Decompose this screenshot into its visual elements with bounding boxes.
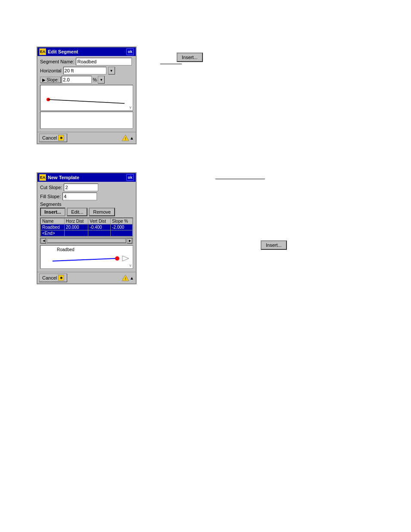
- slope-input[interactable]: [62, 76, 92, 84]
- cut-slope-input[interactable]: [64, 184, 98, 191]
- new-template-ok-button[interactable]: ok: [126, 174, 134, 181]
- table-row[interactable]: Roadbed 20.000 -0.400 -2.000: [41, 224, 133, 230]
- table-header-row: Name Horz Dist Vert Dist Slope %: [41, 218, 133, 224]
- cancel-icon-2: ✱: [58, 275, 64, 281]
- edit-segment-ok-button[interactable]: ok: [126, 48, 134, 55]
- cell-horz: 20.000: [64, 224, 88, 230]
- remove-button[interactable]: Remove: [89, 208, 115, 216]
- new-template-title: New Template: [48, 175, 79, 180]
- segment-preview-svg: [40, 85, 133, 110]
- segments-label: Segments: [40, 202, 62, 207]
- edit-segment-dialog: EA Edit Segment ok Segment Name: Horizon…: [37, 47, 137, 144]
- cut-slope-label: Cut Slope:: [40, 185, 62, 190]
- cancel-icon-1: ✱: [58, 135, 64, 141]
- horizontal-dropdown-button[interactable]: ▼: [108, 67, 115, 75]
- underline-2: [215, 179, 265, 179]
- edit-segment-cancel-button[interactable]: Cancel ✱: [39, 134, 67, 142]
- table-row[interactable]: <End>: [41, 230, 133, 236]
- edit-segment-titlebar: EA Edit Segment ok: [37, 47, 136, 56]
- scroll-right-arrow[interactable]: ▶: [127, 238, 132, 243]
- slope-unit: %: [93, 77, 97, 82]
- new-template-cancel-button[interactable]: Cancel ✱: [39, 274, 67, 282]
- new-template-icon: EA: [39, 174, 46, 181]
- cell-end-vert: [88, 230, 111, 236]
- segments-table: Name Horz Dist Vert Dist Slope % Roadbed…: [40, 218, 133, 236]
- segment-name-input[interactable]: [76, 58, 132, 65]
- segments-table-container: Name Horz Dist Vert Dist Slope % Roadbed…: [40, 218, 133, 237]
- segment-buttons-row: Insert... Edit... Remove: [40, 208, 133, 216]
- new-template-title-left: EA New Template: [39, 174, 79, 181]
- standalone-insert-button-2[interactable]: Insert...: [261, 240, 287, 250]
- horizontal-row: Horizontal ▼: [40, 67, 133, 75]
- edit-segment-title-left: EA Edit Segment: [39, 48, 78, 55]
- col-vert: Vert Dist: [88, 218, 111, 224]
- segment-name-row: Segment Name:: [40, 58, 133, 65]
- fill-slope-label: Fill Slope:: [40, 194, 61, 199]
- new-template-content: Cut Slope: Fill Slope: Segments Insert..…: [37, 182, 136, 272]
- segments-table-body: Roadbed 20.000 -0.400 -2.000 <End>: [41, 224, 133, 236]
- segment-preview-box: v: [40, 85, 133, 111]
- new-template-footer: Cancel ✱ ! ▲: [37, 272, 136, 283]
- v-label-1: v: [130, 105, 132, 109]
- horizontal-scrollbar[interactable]: ◀ ▶: [40, 238, 133, 244]
- slope-dropdown-button[interactable]: ▼: [98, 76, 105, 84]
- segments-label-row: Segments: [40, 202, 133, 207]
- segment-name-label: Segment Name:: [40, 59, 74, 64]
- col-slope: Slope %: [110, 218, 132, 224]
- slope-row: ▶ Slope: % ▼: [40, 76, 133, 84]
- cell-end: <End>: [41, 230, 65, 236]
- edit-segment-content: Segment Name: Horizontal ▼ ▶ Slope: % ▼: [37, 56, 136, 132]
- edit-segment-footer: Cancel ✱ ! ▲: [37, 132, 136, 143]
- alert-icon-1: ! ▲: [121, 134, 134, 142]
- standalone-insert-button-1[interactable]: Insert...: [177, 53, 203, 62]
- cell-name: Roadbed: [41, 224, 65, 230]
- slope-toggle-button[interactable]: ▶ Slope:: [40, 77, 61, 83]
- col-name: Name: [41, 218, 65, 224]
- edit-segment-icon: EA: [39, 48, 46, 55]
- horizontal-input[interactable]: [63, 67, 106, 75]
- template-preview-svg: [40, 246, 133, 268]
- insert-button[interactable]: Insert...: [40, 208, 65, 216]
- segment-line: [48, 100, 125, 103]
- underline-1: [160, 64, 182, 64]
- edit-button[interactable]: Edit...: [67, 208, 87, 216]
- svg-text:!: !: [125, 277, 126, 281]
- segment-extra-area: [40, 112, 133, 129]
- col-horz: Horz Dist: [64, 218, 88, 224]
- alert-svg-1: !: [121, 134, 129, 142]
- horizontal-label: Horizontal: [40, 68, 62, 73]
- cell-end-horz: [64, 230, 88, 236]
- scroll-left-arrow[interactable]: ◀: [41, 238, 46, 243]
- cell-end-slope: [110, 230, 132, 236]
- roadbed-line: [53, 258, 116, 261]
- fill-slope-row: Fill Slope:: [40, 193, 133, 200]
- edit-segment-title: Edit Segment: [48, 49, 78, 54]
- template-preview-box: Roadbed v: [40, 245, 133, 269]
- end-dot: [115, 256, 119, 261]
- alert-icon-2: ! ▲: [121, 274, 134, 282]
- svg-text:!: !: [125, 137, 126, 141]
- v-label-2: v: [130, 263, 132, 268]
- new-template-dialog: EA New Template ok Cut Slope: Fill Slope…: [37, 172, 137, 284]
- alert-svg-2: !: [121, 274, 129, 282]
- end-triangle: [122, 256, 129, 261]
- fill-slope-input[interactable]: [62, 193, 97, 200]
- segments-table-head: Name Horz Dist Vert Dist Slope %: [41, 218, 133, 224]
- cell-slope: -2.000: [110, 224, 132, 230]
- new-template-titlebar: EA New Template ok: [37, 173, 136, 182]
- cut-slope-row: Cut Slope:: [40, 184, 133, 191]
- scroll-thumb[interactable]: [47, 239, 126, 243]
- cell-vert: -0.400: [88, 224, 111, 230]
